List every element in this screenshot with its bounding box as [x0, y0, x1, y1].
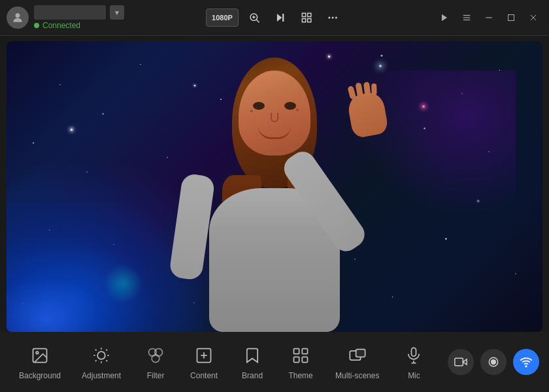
person-overlay — [150, 41, 399, 332]
tool-mic[interactable]: Mic — [391, 338, 437, 385]
arm-raised — [279, 146, 369, 256]
svg-marker-14 — [442, 14, 447, 22]
hand-wave — [346, 91, 389, 139]
user-info: ▼ Connected — [34, 5, 124, 30]
theme-icon — [289, 344, 312, 367]
svg-rect-9 — [302, 19, 305, 22]
camera-button[interactable] — [448, 349, 474, 375]
multi-scenes-icon — [346, 344, 369, 367]
minimize-button[interactable] — [480, 8, 498, 27]
svg-rect-45 — [412, 348, 416, 356]
tool-theme[interactable]: Theme — [278, 338, 324, 385]
star-pink-accent — [422, 105, 425, 108]
connected-dot — [34, 23, 39, 28]
tool-background[interactable]: Background — [10, 338, 70, 385]
freckle-1 — [250, 110, 253, 112]
svg-rect-40 — [302, 349, 307, 354]
username-display — [34, 5, 106, 20]
svg-point-0 — [16, 13, 20, 18]
person-head — [239, 71, 310, 155]
svg-point-50 — [491, 360, 496, 365]
svg-rect-8 — [307, 13, 310, 16]
nose — [271, 113, 278, 122]
finger-3 — [363, 82, 371, 96]
filter-label: Filter — [147, 371, 165, 380]
close-button[interactable] — [524, 8, 542, 27]
avatar-area: ▼ Connected — [7, 5, 124, 30]
svg-point-23 — [36, 351, 39, 354]
content-label: Content — [190, 371, 218, 380]
brand-icon — [241, 344, 264, 367]
arm-down — [169, 173, 216, 281]
content-icon — [192, 344, 216, 367]
freckle-3 — [296, 108, 299, 111]
svg-line-2 — [256, 20, 259, 23]
smile — [258, 126, 291, 139]
left-eye — [253, 102, 265, 110]
mic-icon — [402, 344, 425, 367]
filter-icon — [144, 344, 167, 367]
connection-status: Connected — [34, 21, 124, 30]
play-window-button[interactable] — [435, 8, 454, 27]
username-dropdown[interactable]: ▼ — [110, 5, 124, 20]
svg-rect-7 — [302, 13, 305, 16]
freckle-2 — [256, 106, 258, 108]
right-eye — [284, 102, 296, 110]
theme-label: Theme — [288, 371, 312, 380]
svg-line-32 — [106, 350, 107, 351]
adjustment-label: Adjustment — [82, 371, 121, 380]
mic-label: Mic — [408, 371, 420, 380]
finger-1 — [347, 86, 356, 100]
panel-right-controls — [448, 349, 539, 375]
go-live-button[interactable] — [513, 349, 539, 375]
svg-point-35 — [152, 355, 159, 363]
svg-rect-42 — [302, 357, 307, 362]
svg-rect-39 — [294, 349, 299, 354]
person-body — [209, 188, 340, 332]
layout-button[interactable] — [296, 8, 317, 27]
svg-point-24 — [97, 351, 105, 359]
connected-label: Connected — [42, 21, 80, 30]
svg-rect-10 — [307, 19, 310, 22]
brand-label: Brand — [242, 371, 263, 380]
tool-content[interactable]: Content — [181, 338, 227, 385]
person-figure — [170, 51, 379, 332]
restore-button[interactable] — [502, 8, 520, 27]
svg-point-12 — [331, 17, 333, 19]
record-button[interactable] — [480, 349, 507, 375]
background-icon — [28, 344, 52, 367]
tool-filter[interactable]: Filter — [133, 338, 178, 385]
finger-4 — [371, 84, 377, 95]
more-options-button[interactable] — [322, 8, 343, 27]
video-preview-area — [7, 41, 542, 332]
svg-point-11 — [328, 17, 330, 19]
svg-rect-6 — [282, 14, 284, 22]
tool-multi-scenes[interactable]: Multi-scenes — [326, 338, 388, 385]
svg-rect-41 — [294, 357, 299, 362]
zoom-in-button[interactable] — [244, 8, 265, 27]
multi-scenes-label: Multi-scenes — [335, 371, 379, 380]
title-bar: ▼ Connected 1080P — [0, 0, 549, 36]
tool-brand[interactable]: Brand — [229, 338, 275, 385]
panel-tools: Background Adjustment — [10, 338, 448, 385]
teal-cluster — [103, 264, 142, 303]
avatar — [7, 7, 29, 29]
svg-line-27 — [95, 350, 97, 351]
username-bar: ▼ — [34, 5, 124, 20]
window-controls — [435, 8, 542, 27]
svg-rect-19 — [508, 15, 514, 21]
background-label: Background — [19, 371, 61, 380]
svg-rect-48 — [455, 358, 463, 366]
svg-rect-44 — [356, 350, 365, 357]
resolution-badge[interactable]: 1080P — [206, 8, 239, 27]
svg-line-28 — [106, 360, 107, 361]
svg-marker-5 — [277, 14, 282, 22]
tool-adjustment[interactable]: Adjustment — [73, 338, 130, 385]
video-preview — [7, 41, 542, 332]
svg-line-31 — [95, 360, 97, 361]
bottom-panel: Background Adjustment — [0, 332, 549, 392]
svg-point-13 — [335, 17, 337, 19]
menu-button[interactable] — [458, 8, 476, 27]
skip-button[interactable] — [270, 8, 291, 27]
adjustment-icon — [90, 344, 113, 367]
